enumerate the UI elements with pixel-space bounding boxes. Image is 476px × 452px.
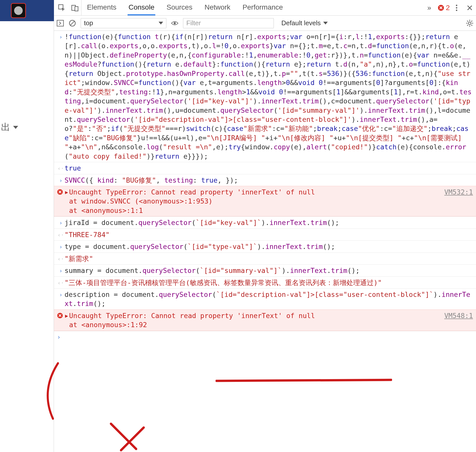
svg-line-9: [70, 21, 74, 25]
svg-line-18: [471, 21, 472, 22]
console-input-code[interactable]: jiraId = document.querySelector(`[id="ke…: [65, 218, 473, 227]
chevron-down-icon: [13, 126, 18, 129]
device-toggle-icon[interactable]: [71, 4, 79, 12]
console-input-row: › jiraId = document.querySelector(`[id="…: [54, 216, 476, 228]
live-expression-icon[interactable]: [171, 19, 178, 27]
console-input-code[interactable]: type = document.querySelector(`[id="type…: [65, 242, 473, 251]
console-input-row: › summary = document.querySelector(`[id=…: [54, 264, 476, 276]
svg-line-17: [471, 25, 472, 26]
console-source-link[interactable]: VM548:1: [440, 311, 473, 320]
console-result-row: ‹· true: [54, 162, 476, 174]
console-result-row: ‹· "THREE-784": [54, 229, 476, 240]
console-input-code[interactable]: summary = document.querySelector(`[id="s…: [65, 266, 473, 275]
error-icon: [57, 313, 63, 319]
result-caret-icon: ‹·: [57, 230, 65, 239]
result-caret-icon: ‹·: [57, 164, 65, 172]
console-prompt[interactable]: ›: [54, 331, 476, 343]
devtools-tabbar: Elements Console Sources Network Perform…: [54, 0, 476, 16]
tab-network[interactable]: Network: [203, 0, 231, 15]
console-error-row: ▶ Uncaught TypeError: Cannot read proper…: [54, 186, 476, 216]
error-icon: [438, 5, 444, 11]
console-body: › !function(e){function t(r){if(n[r])ret…: [54, 31, 476, 452]
sidebar-export[interactable]: 出: [0, 121, 18, 133]
console-toolbar: top Filter Default levels: [54, 16, 476, 31]
context-select-value: top: [84, 19, 93, 27]
input-caret-icon: ›: [57, 290, 65, 299]
console-input-code[interactable]: description = document.querySelector(`[i…: [65, 290, 473, 308]
console-sidebar-toggle-icon[interactable]: [56, 19, 64, 27]
page-sidebar: 出: [0, 0, 54, 452]
tabs-overflow[interactable]: »: [423, 4, 436, 12]
tab-elements[interactable]: Elements: [86, 0, 117, 15]
console-result-row: ‹· "新需求": [54, 252, 476, 264]
result-caret-icon: ‹·: [57, 278, 65, 287]
context-select[interactable]: top: [81, 18, 166, 28]
svg-rect-7: [57, 20, 64, 26]
log-level-value: Default levels: [281, 19, 321, 27]
disclosure-triangle-icon[interactable]: ▶: [65, 188, 69, 196]
svg-point-5: [456, 7, 457, 9]
console-input-row: › SVNCC({ kind: "BUG修复", testing: true, …: [54, 174, 476, 186]
error-count-value: 2: [446, 4, 450, 12]
log-level-select[interactable]: Default levels: [278, 18, 331, 28]
console-error-message[interactable]: Uncaught TypeError: Cannot read property…: [69, 188, 440, 215]
close-icon[interactable]: [466, 4, 473, 12]
input-caret-icon: ›: [57, 266, 65, 275]
tab-console[interactable]: Console: [128, 0, 156, 15]
tab-sources[interactable]: Sources: [165, 0, 193, 15]
inspect-icon[interactable]: [58, 4, 66, 12]
console-result-value[interactable]: "三体-项目管理平台-资讯稽核管理平台(敏感资讯、标签数量异常资讯、重名资讯列表…: [65, 278, 473, 287]
console-result-value[interactable]: "新需求": [65, 254, 473, 263]
input-caret-icon: ›: [57, 242, 65, 251]
error-icon: [57, 189, 63, 195]
input-caret-icon: ›: [57, 32, 65, 41]
console-input-row: › type = document.querySelector(`[id="ty…: [54, 240, 476, 252]
app-logo[interactable]: [6, 0, 31, 21]
devtools-pane: Elements Console Sources Network Perform…: [54, 0, 476, 452]
disclosure-triangle-icon[interactable]: ▶: [65, 311, 69, 319]
console-input-row: › !function(e){function t(r){if(n[r])ret…: [54, 31, 476, 162]
input-caret-icon: ›: [57, 333, 65, 341]
console-source-link[interactable]: VM532:1: [440, 188, 473, 197]
input-caret-icon: ›: [57, 176, 65, 184]
filter-placeholder: Filter: [186, 19, 201, 27]
console-input-row: › description = document.querySelector(`…: [54, 288, 476, 309]
console-input-code[interactable]: !function(e){function t(r){if(n[r])retur…: [65, 32, 473, 161]
sidebar-export-label: 出: [1, 121, 10, 133]
console-result-value[interactable]: "THREE-784": [65, 230, 473, 239]
svg-line-19: [467, 25, 468, 26]
chevron-down-icon: [323, 22, 328, 24]
input-caret-icon: ›: [57, 218, 65, 227]
svg-point-6: [456, 9, 457, 11]
clear-console-icon[interactable]: [69, 19, 76, 27]
console-result-value[interactable]: true: [65, 164, 473, 173]
console-error-row: ▶ Uncaught TypeError: Cannot read proper…: [54, 309, 476, 331]
chevron-down-icon: [159, 22, 163, 24]
error-count-badge[interactable]: 2: [436, 4, 452, 12]
svg-point-11: [468, 22, 471, 24]
svg-point-10: [174, 22, 176, 24]
filter-input[interactable]: Filter: [183, 18, 274, 28]
svg-line-16: [467, 21, 468, 22]
svg-point-4: [456, 5, 457, 6]
tab-performance[interactable]: Performance: [242, 0, 284, 15]
svg-rect-2: [75, 7, 78, 11]
console-result-row: ‹· "三体-项目管理平台-资讯稽核管理平台(敏感资讯、标签数量异常资讯、重名资…: [54, 276, 476, 288]
console-error-message[interactable]: Uncaught TypeError: Cannot read property…: [69, 311, 440, 330]
result-caret-icon: ‹·: [57, 254, 65, 263]
kebab-menu-icon[interactable]: [453, 4, 460, 12]
gear-icon[interactable]: [466, 19, 473, 27]
console-input-code[interactable]: SVNCC({ kind: "BUG修复", testing: true, })…: [65, 176, 473, 185]
